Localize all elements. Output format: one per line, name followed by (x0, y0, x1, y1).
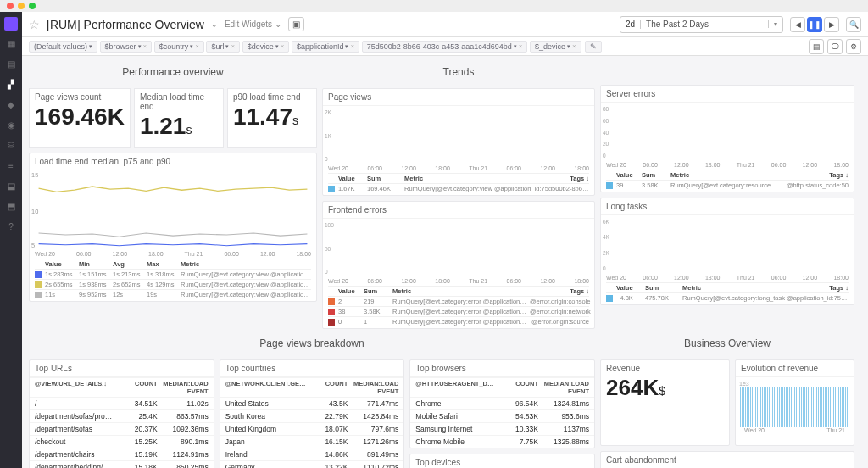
filter-pill[interactable]: $browser ▾ × (100, 41, 153, 53)
filter-pill[interactable]: $_device ▾ × (530, 41, 581, 53)
table-row[interactable]: United States43.5K771.47ms (220, 397, 404, 410)
ltc-y2k: 2K (603, 250, 616, 256)
gear-icon[interactable]: ⚙ (846, 39, 861, 54)
long-tasks-chart[interactable]: 6K4K2K0 (601, 215, 854, 275)
filter-caret-icon: ▾ (345, 43, 348, 50)
evolution-chart[interactable]: 1e3 Wed 20Thu 21 (736, 377, 854, 445)
edit-vars-icon[interactable]: ✎ (585, 41, 602, 53)
legend-row[interactable]: 1s 283ms1s 151ms1s 213ms1s 318msRumQuery… (35, 269, 311, 279)
se-r-metric: RumQuery[@evt.category:resource @http.st… (670, 181, 777, 189)
edit-widgets-label: Edit Widgets (225, 20, 272, 29)
filter-pill[interactable]: $url ▾ × (206, 41, 240, 53)
filter-caret-icon: ▾ (89, 43, 92, 50)
filter-label: (Default values) (34, 42, 87, 51)
se-y20: 20 (603, 141, 616, 147)
page-views-chart[interactable]: 2K1K0 (323, 106, 594, 165)
table-row[interactable]: /department/sofas20.37K1092.36ms (30, 422, 214, 435)
star-icon[interactable]: ☆ (29, 18, 40, 31)
se-h-metric: Metric (670, 171, 777, 179)
table-row[interactable]: Ireland14.86K891.49ms (220, 448, 404, 460)
edit-widgets-link[interactable]: Edit Widgets ⌄ (225, 20, 281, 29)
app-logo[interactable] (4, 17, 18, 31)
table-row[interactable]: /checkout15.25K890.1ms (30, 435, 214, 448)
pv-h-tags: Tags ↓ (564, 175, 589, 182)
filter-remove-icon[interactable]: × (572, 42, 576, 50)
table-row[interactable]: United Kingdom18.07K797.6ms (220, 422, 404, 435)
top-browsers-title: Top browsers (410, 360, 594, 377)
table-row[interactable]: Chrome96.54K1324.81ms (410, 397, 594, 410)
nav-alerts-icon[interactable]: ◆ (5, 100, 17, 112)
filter-pill[interactable]: (Default values) ▾ (29, 41, 97, 53)
nav-infra-icon[interactable]: ⛁ (5, 141, 17, 153)
ltc-h-tags: Tags ↓ (823, 284, 849, 292)
filter-remove-icon[interactable]: × (281, 42, 285, 50)
table-row[interactable]: /34.51K11.02s (30, 397, 214, 410)
time-back-button[interactable]: ◀ (790, 17, 805, 32)
nav-rum-icon[interactable]: ⬒ (5, 202, 17, 214)
filter-remove-icon[interactable]: × (195, 42, 199, 50)
kpi-median: Median load time end 1.21s (134, 88, 224, 148)
table-row[interactable]: /department/bedding/…15.18K850.25ms (30, 460, 214, 468)
min-dot[interactable] (18, 3, 25, 9)
kpi-p90-label: p90 load time end (233, 92, 311, 102)
expand-button[interactable]: ▣ (288, 17, 304, 31)
dashboard-content: Performance overview Page views count 16… (22, 56, 868, 468)
nav-traces-icon[interactable]: ≡ (5, 161, 17, 173)
screen-icon[interactable]: 🖵 (827, 39, 843, 54)
filter-remove-icon[interactable]: × (519, 42, 523, 50)
top-devices-title: Top devices (410, 454, 594, 468)
table-row[interactable]: Samsung Internet10.33K1137ms (410, 422, 594, 435)
se-y60: 60 (603, 118, 616, 124)
nav-folder-icon[interactable]: ▤ (5, 59, 17, 71)
table-row[interactable]: Chrome Mobile7.75K1325.88ms (410, 435, 594, 448)
filter-pill[interactable]: 75d500b2-8b66-403c-a453-aaa1c4d694bd ▾ × (362, 41, 528, 53)
server-errors-chart[interactable]: 806040200 (601, 103, 854, 162)
nav-settings-icon[interactable]: ◉ (5, 120, 17, 132)
nav-help-icon[interactable]: ? (5, 222, 17, 234)
evolution-title: Evolution of revenue (736, 360, 854, 377)
pv-title: Page views (323, 89, 594, 106)
table-row[interactable]: /department/chairs15.19K1124.91ms (30, 448, 214, 460)
table-row[interactable]: /department/sofas/pro…25.4K863.57ms (30, 410, 214, 422)
filter-pill[interactable]: $device ▾ × (242, 41, 290, 53)
loadtime-chart[interactable]: 15105 Wed 2006:0012:0018:00Thu 2106:0012… (30, 170, 316, 257)
top-urls-title: Top URLs (30, 360, 214, 377)
table-row[interactable]: Germany13.22K1110.72ms (220, 460, 404, 468)
svg-text:15: 15 (31, 171, 38, 179)
layout-icon[interactable]: ▤ (809, 39, 824, 54)
filter-pill[interactable]: $country ▾ × (154, 41, 204, 53)
fe-title: Frontend errors (323, 202, 594, 219)
fe-h-tags: Tags ↓ (530, 287, 589, 295)
filter-remove-icon[interactable]: × (350, 42, 354, 50)
title-chevron-icon[interactable]: ⌄ (211, 20, 218, 29)
pause-button[interactable]: ❚❚ (807, 17, 822, 32)
filter-label: 75d500b2-8b66-403c-a453-aaa1c4d694bd (367, 42, 512, 51)
legend-row[interactable]: 01RumQuery[@evt.category:error @applicat… (328, 316, 589, 326)
table-row[interactable]: Japan16.15K1271.26ms (220, 435, 404, 448)
table-row[interactable]: South Korea22.79K1428.84ms (220, 410, 404, 422)
legend-row[interactable]: 2s 655ms1s 938ms2s 652ms4s 129msRumQuery… (35, 279, 311, 289)
filter-pill[interactable]: $applicationId ▾ × (292, 41, 359, 53)
frontend-errors-chart[interactable]: 100500 (323, 219, 594, 278)
legend-row[interactable]: 383.58KRumQuery[@evt.category:error @app… (328, 306, 589, 316)
se-r-value: 39 (616, 181, 638, 189)
time-forward-button[interactable]: ▶ (824, 17, 839, 32)
ltc-r-value: ~4.8K (616, 294, 642, 302)
filter-remove-icon[interactable]: × (231, 42, 235, 50)
nav-dashboards-icon[interactable]: ▦ (5, 39, 17, 51)
filter-label: $country (159, 42, 189, 51)
close-dot[interactable] (7, 3, 14, 9)
time-range-select[interactable]: 2d The Past 2 Days ▾ (620, 16, 783, 33)
legend-row[interactable]: 2219RumQuery[@evt.category:error @applic… (328, 296, 589, 306)
table-row[interactable]: Mobile Safari54.83K953.6ms (410, 410, 594, 422)
legend-row[interactable]: 11s9s 952ms12s19sRumQuery[@evt.category:… (35, 289, 311, 299)
nav-charts-icon[interactable]: ▞ (5, 80, 17, 92)
cart-title: Cart abandonment (601, 452, 854, 468)
search-icon[interactable]: 🔍 (846, 17, 861, 32)
dashboard-header: ☆ [RUM] Performance Overview ⌄ Edit Widg… (22, 12, 868, 37)
lt-h-avg: Avg (113, 260, 143, 268)
ev-t1: Thu 21 (826, 427, 845, 433)
max-dot[interactable] (29, 3, 36, 9)
filter-remove-icon[interactable]: × (143, 42, 147, 50)
nav-logs-icon[interactable]: ⬓ (5, 181, 17, 193)
